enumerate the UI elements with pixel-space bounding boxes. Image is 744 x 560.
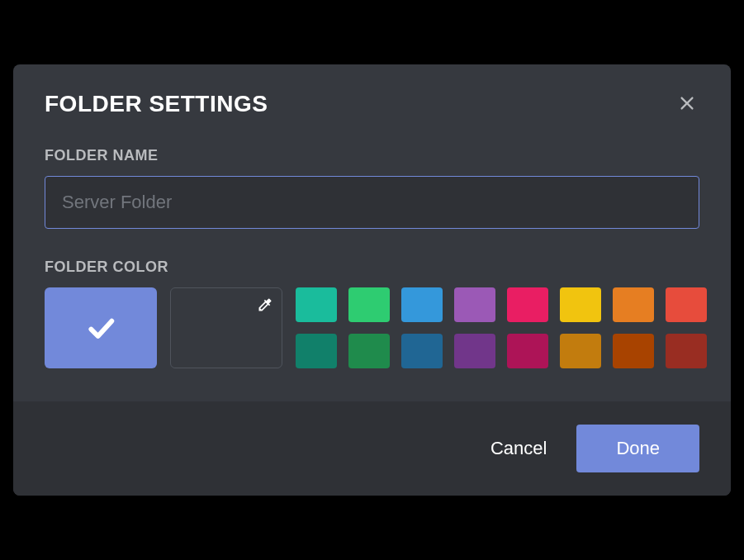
folder-name-field: FOLDER NAME xyxy=(45,147,699,229)
color-swatch[interactable] xyxy=(454,334,495,368)
color-palette xyxy=(296,287,707,368)
color-swatch[interactable] xyxy=(296,287,337,322)
color-swatch[interactable] xyxy=(666,334,707,368)
folder-name-label: FOLDER NAME xyxy=(45,147,699,164)
color-swatch[interactable] xyxy=(560,287,601,322)
check-icon xyxy=(84,311,117,344)
color-swatch[interactable] xyxy=(613,287,654,322)
modal-footer: Cancel Done xyxy=(13,401,731,496)
folder-color-field: FOLDER COLOR xyxy=(45,259,699,368)
color-swatch-default[interactable] xyxy=(45,287,157,368)
color-swatch[interactable] xyxy=(613,334,654,368)
cancel-button[interactable]: Cancel xyxy=(481,426,557,471)
color-swatch[interactable] xyxy=(401,287,443,322)
color-row xyxy=(45,287,699,368)
color-swatch[interactable] xyxy=(401,334,443,368)
color-swatch[interactable] xyxy=(507,287,548,322)
color-swatch[interactable] xyxy=(507,334,548,368)
close-button[interactable] xyxy=(675,91,699,116)
folder-settings-modal: FOLDER SETTINGS FOLDER NAME FOLDER COLOR xyxy=(13,64,731,496)
done-button[interactable]: Done xyxy=(576,425,699,472)
color-swatch[interactable] xyxy=(348,334,390,368)
color-swatch[interactable] xyxy=(560,334,601,368)
modal-title: FOLDER SETTINGS xyxy=(45,91,268,117)
modal-header: FOLDER SETTINGS xyxy=(45,91,699,117)
folder-name-input[interactable] xyxy=(45,176,699,229)
color-swatch[interactable] xyxy=(666,287,707,322)
close-icon xyxy=(678,94,696,112)
folder-color-label: FOLDER COLOR xyxy=(45,259,699,276)
modal-body: FOLDER SETTINGS FOLDER NAME FOLDER COLOR xyxy=(13,64,731,401)
color-swatch[interactable] xyxy=(296,334,337,368)
color-swatch[interactable] xyxy=(348,287,390,322)
color-swatch[interactable] xyxy=(454,287,495,322)
color-swatch-custom[interactable] xyxy=(170,287,282,368)
eyedropper-icon xyxy=(257,297,273,313)
